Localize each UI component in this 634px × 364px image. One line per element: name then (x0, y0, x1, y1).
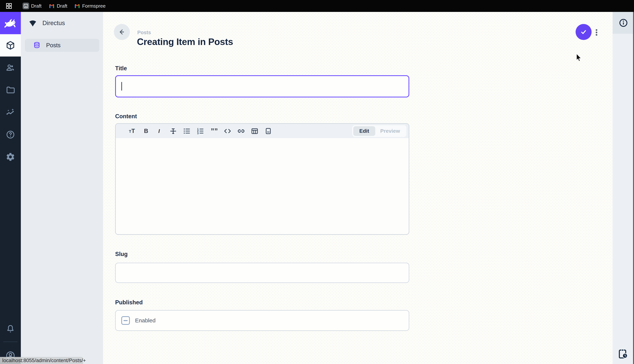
project-header[interactable]: Directus (21, 12, 103, 34)
editor-toolbar: T T B I (116, 124, 409, 138)
table-icon[interactable] (251, 127, 259, 135)
insights-chart-icon (6, 108, 15, 117)
window-edge (633, 12, 634, 364)
grid-icon[interactable] (6, 3, 12, 9)
editor-body[interactable] (116, 138, 409, 235)
svg-text:3: 3 (197, 132, 199, 134)
clipboard-clock-icon (618, 348, 628, 359)
image-icon[interactable] (264, 127, 272, 135)
bold-icon[interactable]: B (142, 127, 150, 135)
numbered-list-icon[interactable]: 1 2 3 (196, 127, 204, 135)
files-folder-icon (6, 85, 15, 95)
directus-logo-button[interactable] (0, 12, 21, 34)
activity-sidebar-button[interactable] (612, 348, 633, 359)
divider (3, 342, 18, 342)
svg-text:31: 31 (25, 6, 27, 8)
tab-label: Draft (31, 3, 42, 9)
arrow-left-icon (118, 28, 126, 36)
gmail-icon (74, 3, 80, 9)
users-icon (6, 63, 15, 72)
module-bar (0, 12, 21, 364)
directus-rabbit-logo (3, 16, 18, 30)
browser-tab[interactable]: Formspree (74, 3, 106, 9)
editor-mode-toggle: Edit Preview (352, 125, 406, 137)
link-icon[interactable] (237, 127, 245, 135)
published-box: Enabled (115, 310, 409, 331)
more-options-button[interactable] (594, 28, 599, 36)
content-field-label: Content (115, 113, 137, 120)
project-name: Directus (43, 20, 65, 26)
strikethrough-icon[interactable] (169, 127, 177, 135)
module-content[interactable] (0, 34, 21, 56)
info-icon (619, 18, 628, 27)
help-icon (6, 130, 15, 140)
content-editor[interactable]: T T B I (115, 123, 409, 235)
title-field-label: Title (115, 65, 127, 72)
check-icon (579, 28, 588, 36)
svg-text:I: I (158, 128, 160, 134)
title-input[interactable] (115, 75, 409, 98)
nav-sidebar: Directus Posts (21, 12, 103, 364)
svg-text:B: B (144, 128, 148, 134)
dots-vertical-icon (596, 29, 597, 31)
right-sidebar-header[interactable] (612, 12, 634, 34)
published-checkbox[interactable] (121, 316, 130, 325)
right-sidebar (612, 12, 634, 364)
notifications-bell-icon (6, 324, 15, 334)
blockquote-icon[interactable]: ”” (210, 127, 218, 135)
browser-topbar: 31 Draft Draft Formspree (0, 0, 634, 12)
browser-tab[interactable]: Draft (49, 3, 67, 9)
content-box-icon (6, 40, 16, 50)
svg-text:””: ”” (211, 127, 218, 135)
tab-label: Draft (57, 3, 67, 9)
indeterminate-dash-icon (124, 320, 128, 321)
svg-text:T: T (129, 129, 131, 134)
settings-gear-icon (6, 152, 15, 162)
slug-field-label: Slug (115, 251, 128, 258)
tab-preview[interactable]: Preview (375, 126, 405, 136)
back-button[interactable] (114, 24, 130, 40)
italic-icon[interactable]: I (156, 127, 164, 135)
tab-label: Formspree (82, 3, 106, 9)
sidebar-item-posts[interactable]: Posts (25, 39, 99, 52)
tab-edit[interactable]: Edit (353, 126, 375, 136)
link-preview-text: localhost:8055/admin/content/Posts/+ (2, 358, 86, 364)
database-icon (33, 41, 41, 50)
google-calendar-icon: 31 (23, 2, 29, 9)
code-icon[interactable] (223, 127, 232, 135)
module-users[interactable] (0, 56, 21, 79)
bulleted-list-icon[interactable] (183, 127, 191, 135)
notifications-button[interactable] (0, 322, 21, 336)
save-button[interactable] (575, 24, 591, 40)
published-checkbox-label: Enabled (135, 317, 156, 324)
svg-text:T: T (131, 128, 135, 134)
slug-input[interactable] (115, 263, 409, 283)
published-field-label: Published (115, 299, 143, 306)
module-settings[interactable] (0, 146, 21, 168)
module-insights[interactable] (0, 101, 21, 124)
page-title: Creating Item in Posts (137, 36, 233, 47)
link-preview-tooltip: localhost:8055/admin/content/Posts/+ (0, 357, 83, 364)
main-content: Posts Creating Item in Posts Title Conte… (103, 12, 612, 364)
module-files[interactable] (0, 79, 21, 101)
gmail-icon (49, 3, 55, 9)
breadcrumb[interactable]: Posts (137, 30, 151, 36)
text-caret (121, 82, 122, 90)
fan-logo-icon (28, 18, 38, 28)
format-size-icon[interactable]: T T (128, 127, 137, 135)
mouse-cursor (576, 54, 583, 63)
browser-tab[interactable]: 31 Draft (23, 2, 42, 9)
module-help[interactable] (0, 124, 21, 146)
sidebar-item-label: Posts (46, 42, 61, 49)
